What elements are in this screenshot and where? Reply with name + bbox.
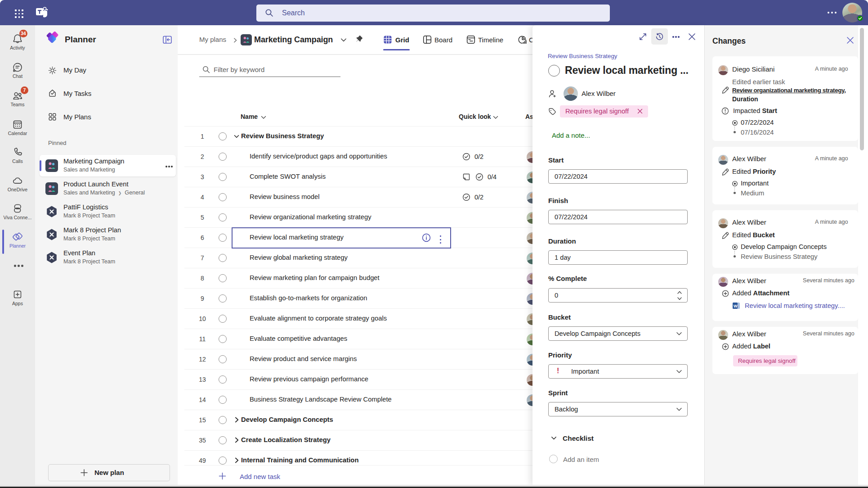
svg-text:W: W (734, 304, 738, 308)
